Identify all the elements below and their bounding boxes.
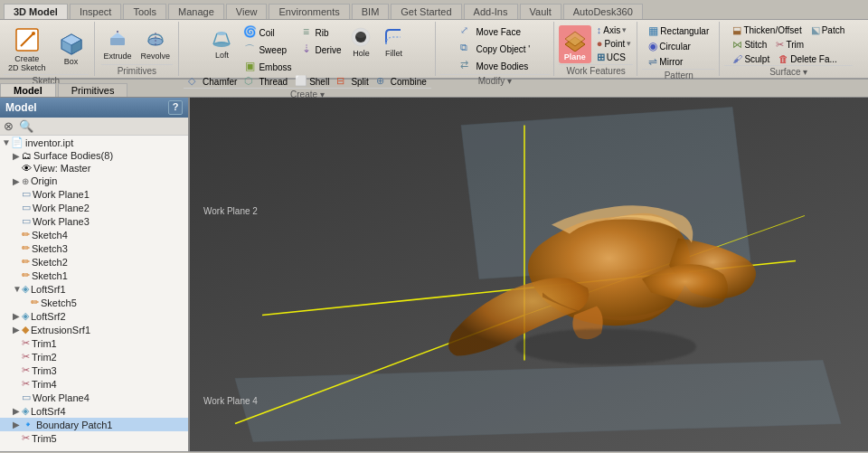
tree-item[interactable]: ▭ Work Plane3 (0, 214, 188, 228)
emboss-button[interactable]: ▣ Emboss (240, 59, 294, 75)
tree-item[interactable]: ✂ Trim3 (0, 363, 188, 377)
axis-button[interactable]: ↕ Axis ▾ (595, 24, 633, 36)
viewport[interactable]: Work Plane 2 Work Plane 4 (190, 98, 868, 451)
sweep-button[interactable]: ⌒ Sweep (240, 42, 294, 58)
tree-item[interactable]: ▶ 🔹 Boundary Patch1 (0, 418, 188, 431)
tab-autodesk360[interactable]: AutoDesk360 (563, 4, 643, 19)
move-bodies-button[interactable]: ⇄ Move Bodies (458, 58, 533, 74)
panel-resize-handle[interactable] (184, 98, 188, 451)
tree-item[interactable]: ▭ Work Plane4 (0, 391, 188, 404)
rib-button[interactable]: ≡ Rib (297, 24, 344, 41)
tree-item[interactable]: ✂ Trim1 (0, 336, 188, 350)
tree-item[interactable]: ✂ Trim2 (0, 350, 188, 363)
search-icon[interactable]: 🔍 (19, 119, 33, 133)
patch-icon: ⬕ (811, 24, 820, 36)
copy-object-button[interactable]: ⧉ Copy Object ' (458, 41, 533, 57)
inventor-ipt-icon: 📄 (11, 137, 24, 148)
tab-vault[interactable]: Vault (520, 4, 561, 19)
tree-item[interactable]: ▼ 📄 inventor.ipt (0, 136, 188, 149)
patch-button[interactable]: ⬕ Patch (808, 24, 848, 37)
tree-label: Work Plane3 (33, 216, 90, 227)
ribbon-group-sketch: Create 2D Sketch Box Sketch (4, 22, 95, 76)
tree-item[interactable]: ▶ ◈ LoftSrf2 (0, 309, 188, 323)
tree-item[interactable]: ▭ Work Plane1 (0, 187, 188, 201)
tree-item[interactable]: ▶ ◆ ExtrusionSrf1 (0, 323, 188, 336)
tree-item[interactable]: ▶ 🗂 Surface Bodies(8) (0, 149, 188, 162)
surface-bodies-icon: 🗂 (22, 150, 32, 161)
delete-fa-button[interactable]: 🗑 Delete Fa... (776, 52, 840, 65)
thread-label: Thread (259, 77, 288, 87)
emboss-icon: ▣ (242, 60, 257, 74)
stitch-button[interactable]: ⋈ Stitch (730, 38, 769, 52)
ribbon-group-surface: ⬓ Thicken/Offset ⬕ Patch ⋈ Stitch ✂ (721, 22, 856, 76)
tab-getstarted[interactable]: Get Started (391, 4, 461, 19)
thread-button[interactable]: ⬡ Thread (241, 75, 290, 88)
hole-button[interactable]: Hole (345, 24, 376, 60)
tab-inspect[interactable]: Inspect (70, 4, 121, 19)
tree-item[interactable]: ✂ Trim5 (0, 431, 188, 445)
tree-item[interactable]: ▶ ⊕ Origin (0, 175, 188, 187)
thicken-icon: ⬓ (732, 24, 741, 36)
trim-srf-button[interactable]: ✂ Trim (773, 38, 807, 52)
split-button[interactable]: ⊟ Split (334, 75, 371, 88)
tree-item[interactable]: ✂ Trim4 (0, 377, 188, 391)
derive-button[interactable]: ⇣ Derive (297, 42, 344, 58)
tab-view[interactable]: View (226, 4, 268, 19)
coil-button[interactable]: 🌀 Coil (240, 24, 294, 41)
fillet-button[interactable]: Fillet (378, 24, 409, 60)
create-2d-sketch-button[interactable]: Create 2D Sketch (4, 24, 51, 74)
box-icon (59, 32, 84, 57)
trim1-icon: ✂ (22, 337, 30, 349)
tree-item[interactable]: ✏ Sketch5 (0, 296, 188, 309)
tab-tools[interactable]: Tools (123, 4, 166, 19)
model-panel-toolbar: ⊗ 🔍 (0, 118, 188, 136)
plane-button[interactable]: Plane (559, 25, 591, 63)
move-face-button[interactable]: ⤢ Move Face (458, 24, 533, 40)
mirror-button[interactable]: ⇌ Mirror (646, 54, 712, 69)
point-button[interactable]: ● Point ▾ (595, 37, 633, 50)
svg-point-15 (356, 33, 365, 38)
tree-label: Work Plane1 (33, 189, 90, 200)
tree-item[interactable]: ▭ Work Plane2 (0, 201, 188, 214)
tab-addins[interactable]: Add-Ins (464, 4, 518, 19)
model-panel-help[interactable]: ? (168, 100, 183, 115)
tab-bim[interactable]: BIM (352, 4, 390, 19)
rectangular-button[interactable]: ▦ Rectangular (646, 24, 712, 38)
tree-item[interactable]: ✏ Sketch4 (0, 228, 188, 241)
chamfer-icon: ◇ (188, 75, 201, 88)
combine-button[interactable]: ⊕ Combine (373, 75, 429, 88)
extrude-label: Extrude (104, 52, 132, 61)
loft-button[interactable]: Loft (205, 24, 238, 61)
ribbon-tabs-row: 3D Model Inspect Tools Manage View Envir… (0, 0, 868, 20)
box-label: Box (64, 57, 79, 66)
tree-item[interactable]: ▼ ◈ LoftSrf1 (0, 282, 188, 296)
thicken-button[interactable]: ⬓ Thicken/Offset (730, 24, 804, 37)
rectangular-label: Rectangular (660, 26, 709, 36)
tree-item[interactable]: ✏ Sketch1 (0, 269, 188, 282)
chamfer-button[interactable]: ◇ Chamfer (185, 75, 240, 88)
ucs-button[interactable]: ⊞ UCS (595, 51, 633, 64)
sculpt-button[interactable]: 🖌 Sculpt (730, 52, 772, 65)
filter-icon[interactable]: ⊗ (4, 119, 14, 133)
tab-environments[interactable]: Environments (269, 4, 349, 19)
tree-item[interactable]: ✏ Sketch3 (0, 241, 188, 255)
ribbon: 3D Model Inspect Tools Manage View Envir… (0, 0, 868, 80)
tab-model[interactable]: Model (0, 83, 56, 97)
ucs-label: UCS (607, 52, 626, 62)
copy-object-icon: ⧉ (460, 42, 475, 56)
tree-item[interactable]: ▶ ◈ LoftSrf4 (0, 404, 188, 418)
revolve-button[interactable]: Revolve (138, 26, 174, 62)
tree-item[interactable]: 👁 View: Master (0, 162, 188, 175)
extrude-button[interactable]: Extrude (101, 26, 135, 62)
coil-label: Coil (259, 28, 274, 38)
tab-manage[interactable]: Manage (168, 4, 224, 19)
tree-item[interactable]: ✏ Sketch2 (0, 255, 188, 269)
box-button[interactable]: Box (54, 30, 89, 68)
tab-3dmodel[interactable]: 3D Model (4, 4, 68, 19)
model-panel: Model ? ⊗ 🔍 ▼ 📄 inventor.ipt ▶ 🗂 Surface… (0, 98, 190, 451)
hole-icon (349, 25, 373, 49)
tab-primitives[interactable]: Primitives (58, 83, 128, 97)
tree-label: Surface Bodies(8) (33, 150, 113, 161)
shell-button[interactable]: ⬜ Shell (292, 75, 332, 88)
circular-button[interactable]: ◉ Circular (646, 39, 712, 53)
